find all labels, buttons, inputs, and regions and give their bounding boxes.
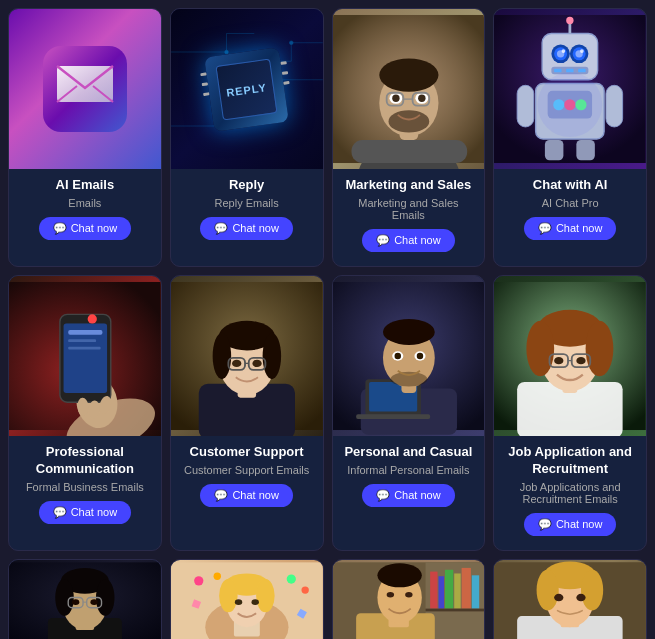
card-subtitle-marketing: Marketing and Sales Emails [343, 197, 475, 221]
svg-point-104 [586, 321, 614, 377]
chat-icon-customer: 💬 [214, 489, 228, 502]
card-image-professional [9, 276, 161, 436]
card-image-bottom4 [494, 560, 646, 639]
svg-point-18 [289, 41, 293, 45]
card-image-marketing [333, 9, 485, 169]
svg-point-151 [377, 563, 421, 587]
card-image-bottom2 [171, 560, 323, 639]
card-body-chat-ai: Chat with AI AI Chat Pro 💬 Chat now [494, 169, 646, 266]
chat-icon-personal: 💬 [376, 489, 390, 502]
card-ai-emails: AI Emails Emails 💬 Chat now [8, 8, 162, 267]
card-chat-ai: Chat with AI AI Chat Pro 💬 Chat now [493, 8, 647, 267]
card-subtitle-ai-emails: Emails [68, 197, 101, 209]
svg-point-163 [577, 593, 586, 600]
chat-btn-label-ai-emails: Chat now [71, 222, 117, 234]
chat-btn-label-chat-ai: Chat now [556, 222, 602, 234]
card-title-customer: Customer Support [190, 444, 304, 461]
chat-btn-label-customer: Chat now [232, 489, 278, 501]
card-bottom4 [493, 559, 647, 639]
svg-rect-89 [356, 414, 430, 419]
svg-point-108 [554, 357, 563, 364]
card-title-job: Job Application and Recruitment [504, 444, 636, 478]
chat-btn-label-professional: Chat now [71, 506, 117, 518]
card-body-job: Job Application and Recruitment Job Appl… [494, 436, 646, 550]
card-subtitle-personal: Informal Personal Emails [347, 464, 469, 476]
card-title-ai-emails: AI Emails [56, 177, 115, 194]
svg-rect-141 [430, 571, 437, 608]
card-bottom3 [332, 559, 486, 639]
card-image-bottom1 [9, 560, 161, 639]
svg-point-97 [416, 353, 422, 359]
svg-point-136 [235, 599, 242, 605]
chat-btn-personal[interactable]: 💬 Chat now [362, 484, 454, 507]
card-bottom1 [8, 559, 162, 639]
card-subtitle-reply: Reply Emails [215, 197, 279, 209]
chat-btn-reply[interactable]: 💬 Chat now [200, 217, 292, 240]
card-bottom2 [170, 559, 324, 639]
chat-btn-chat-ai[interactable]: 💬 Chat now [524, 217, 616, 240]
card-image-reply: REPLY [171, 9, 323, 169]
svg-rect-47 [578, 69, 585, 73]
chat-btn-ai-emails[interactable]: 💬 Chat now [39, 217, 131, 240]
svg-rect-147 [425, 608, 484, 611]
svg-point-160 [537, 569, 559, 610]
card-job: Job Application and Recruitment Job Appl… [493, 275, 647, 551]
card-body-customer: Customer Support Customer Support Emails… [171, 436, 323, 550]
chat-icon-chat-ai: 💬 [538, 222, 552, 235]
card-reply: REPLY Reply Reply Emails 💬 Chat now [170, 8, 324, 267]
svg-rect-56 [606, 85, 623, 127]
card-image-customer [171, 276, 323, 436]
card-subtitle-customer: Customer Support Emails [184, 464, 309, 476]
svg-point-103 [527, 321, 555, 377]
card-body-personal: Personal and Casual Informal Personal Em… [333, 436, 485, 550]
card-image-ai-emails [9, 9, 161, 169]
svg-point-134 [219, 579, 238, 612]
svg-point-137 [251, 599, 258, 605]
card-body-marketing: Marketing and Sales Marketing and Sales … [333, 169, 485, 266]
svg-rect-57 [545, 140, 564, 160]
svg-point-24 [379, 58, 438, 91]
svg-rect-68 [68, 347, 100, 350]
svg-rect-33 [351, 140, 467, 163]
svg-rect-66 [68, 330, 102, 335]
card-body-professional: Professional Communication Formal Busine… [9, 436, 161, 550]
card-title-personal: Personal and Casual [344, 444, 472, 461]
card-customer: Customer Support Customer Support Emails… [170, 275, 324, 551]
svg-point-39 [562, 49, 566, 53]
chat-btn-label-reply: Chat now [232, 222, 278, 234]
card-title-reply: Reply [229, 177, 264, 194]
svg-point-79 [262, 333, 281, 379]
svg-point-93 [390, 372, 427, 387]
chat-icon-reply: 💬 [214, 222, 228, 235]
chat-btn-label-marketing: Chat now [394, 234, 440, 246]
svg-point-92 [382, 319, 434, 345]
svg-point-49 [566, 17, 573, 24]
svg-rect-46 [566, 69, 573, 73]
card-marketing: Marketing and Sales Marketing and Sales … [332, 8, 486, 267]
svg-rect-142 [438, 576, 444, 608]
card-subtitle-job: Job Applications and Recruitment Emails [504, 481, 636, 505]
chat-btn-marketing[interactable]: 💬 Chat now [362, 229, 454, 252]
chat-btn-job[interactable]: 💬 Chat now [524, 513, 616, 536]
svg-point-25 [388, 110, 429, 132]
chat-icon-professional: 💬 [53, 506, 67, 519]
chat-btn-label-job: Chat now [556, 518, 602, 530]
svg-rect-58 [577, 140, 596, 160]
card-image-chat-ai [494, 9, 646, 169]
svg-rect-145 [461, 568, 470, 609]
chat-btn-professional[interactable]: 💬 Chat now [39, 501, 131, 524]
svg-point-120 [72, 599, 79, 605]
svg-point-162 [554, 593, 563, 600]
chat-btn-customer[interactable]: 💬 Chat now [200, 484, 292, 507]
svg-rect-55 [517, 85, 534, 127]
svg-point-27 [392, 95, 399, 102]
svg-point-135 [256, 579, 275, 612]
svg-point-127 [301, 586, 308, 593]
card-grid: AI Emails Emails 💬 Chat now [0, 0, 655, 639]
svg-rect-144 [454, 573, 460, 608]
card-body-reply: Reply Reply Emails 💬 Chat now [171, 169, 323, 266]
svg-rect-146 [471, 575, 478, 608]
svg-point-121 [90, 599, 97, 605]
chat-icon-marketing: 💬 [376, 234, 390, 247]
svg-rect-67 [68, 339, 96, 342]
